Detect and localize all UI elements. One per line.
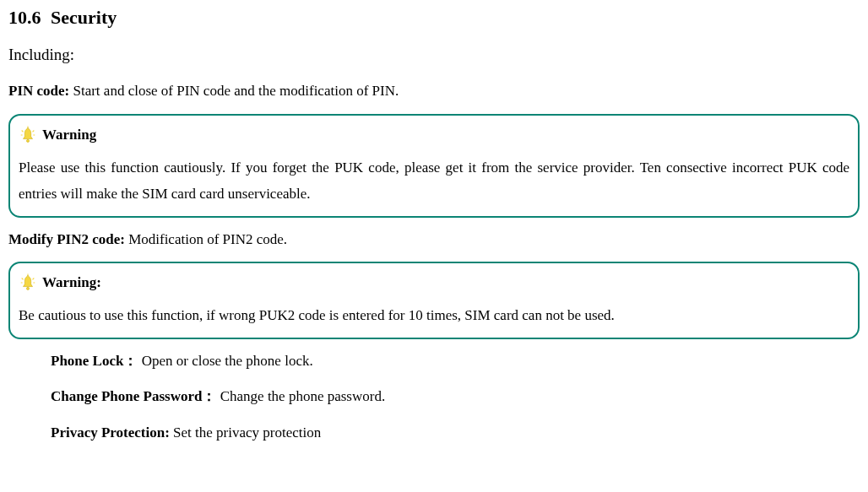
bell-icon	[19, 273, 37, 292]
phone-lock-text: Open or close the phone lock.	[138, 353, 312, 369]
warning-box-1: Warning Please use this function cautiou…	[8, 114, 860, 218]
privacy-protection-line: Privacy Protection: Set the privacy prot…	[51, 423, 860, 444]
change-password-text: Change the phone password.	[216, 388, 385, 404]
pin-code-text: Start and close of PIN code and the modi…	[69, 83, 399, 99]
section-title: Security	[51, 7, 117, 28]
phone-lock-line: Phone Lock： Open or close the phone lock…	[51, 351, 860, 372]
section-heading: 10.6 Security	[8, 7, 860, 29]
warning-header-2: Warning:	[19, 273, 849, 292]
indented-items: Phone Lock： Open or close the phone lock…	[51, 351, 860, 444]
svg-point-0	[26, 139, 29, 142]
warning-body-1: Please use this function cautiously. If …	[19, 154, 849, 208]
warning-label-1: Warning	[42, 127, 96, 143]
bell-icon	[19, 126, 37, 144]
change-password-line: Change Phone Password： Change the phone …	[51, 387, 860, 408]
privacy-protection-text: Set the privacy protection	[170, 424, 321, 441]
modify-pin2-label: Modify PIN2 code:	[8, 231, 125, 247]
privacy-protection-label: Privacy Protection:	[51, 424, 170, 441]
warning-header-1: Warning	[19, 126, 849, 144]
pin-code-label: PIN code:	[8, 83, 69, 99]
svg-point-1	[26, 287, 29, 289]
pin-code-line: PIN code: Start and close of PIN code an…	[8, 81, 860, 102]
warning-body-2: Be cautious to use this function, if wro…	[19, 302, 849, 328]
intro-text: Including:	[8, 46, 860, 64]
warning-label-2: Warning:	[42, 274, 101, 291]
phone-lock-label: Phone Lock：	[51, 353, 138, 369]
section-number: 10.6	[8, 7, 41, 28]
warning-box-2: Warning: Be cautious to use this functio…	[8, 262, 860, 338]
change-password-label: Change Phone Password：	[51, 388, 216, 404]
modify-pin2-line: Modify PIN2 code: Modification of PIN2 c…	[8, 230, 860, 251]
modify-pin2-text: Modification of PIN2 code.	[125, 231, 287, 247]
